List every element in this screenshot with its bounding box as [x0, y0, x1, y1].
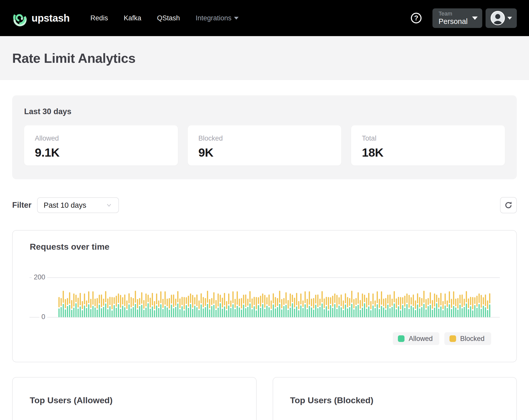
- bar-allowed: [476, 308, 478, 317]
- bar-blocked: [254, 297, 255, 305]
- bar-blocked: [235, 299, 236, 308]
- bar-blocked: [292, 295, 293, 302]
- bar-blocked: [470, 297, 471, 305]
- nav-link-redis[interactable]: Redis: [90, 14, 108, 22]
- bar-blocked: [449, 291, 450, 303]
- legend-label: Blocked: [460, 335, 485, 343]
- bar-allowed: [192, 309, 193, 317]
- bar-blocked: [375, 301, 376, 307]
- bar-blocked: [434, 293, 435, 306]
- bar-allowed: [154, 310, 155, 317]
- nav-link-integrations[interactable]: Integrations: [196, 14, 239, 22]
- bar-allowed: [237, 306, 238, 317]
- bar-allowed: [305, 304, 306, 317]
- bar-allowed: [262, 304, 263, 317]
- bar-allowed: [307, 309, 308, 317]
- bar-blocked: [124, 294, 126, 306]
- refresh-button[interactable]: [500, 197, 517, 213]
- bar-allowed: [309, 306, 310, 317]
- bar-blocked: [192, 295, 193, 308]
- stats-panel: Last 30 days Allowed 9.1K Blocked 9K Tot…: [12, 95, 517, 179]
- bar-allowed: [457, 310, 459, 317]
- bar-blocked: [205, 298, 206, 306]
- bar-blocked: [237, 291, 238, 305]
- bar-allowed: [131, 308, 132, 317]
- bar-blocked: [154, 301, 155, 309]
- nav-link-qstash[interactable]: QStash: [157, 14, 180, 22]
- bar-allowed: [402, 305, 403, 317]
- date-range-select[interactable]: Past 10 days: [37, 197, 119, 213]
- legend-item-blocked[interactable]: Blocked: [444, 332, 491, 345]
- bar-blocked: [296, 293, 297, 305]
- bar-allowed: [432, 310, 433, 317]
- bar-blocked: [141, 292, 143, 304]
- bar-blocked: [150, 298, 151, 308]
- bar-allowed: [245, 308, 246, 317]
- bar-allowed: [73, 308, 74, 317]
- bar-allowed: [485, 307, 486, 317]
- bar-allowed: [167, 307, 168, 317]
- bar-allowed: [396, 309, 397, 317]
- account-menu[interactable]: [486, 8, 517, 28]
- bar-allowed: [468, 309, 469, 317]
- card-title: Top Users (Blocked): [290, 395, 500, 405]
- page-header: Rate Limit Analytics: [0, 36, 529, 80]
- bar-blocked: [143, 300, 145, 309]
- bar-allowed: [194, 306, 195, 317]
- bar-blocked: [317, 294, 319, 307]
- nav-link-kafka[interactable]: Kafka: [124, 14, 141, 22]
- bar-allowed: [392, 307, 393, 317]
- bar-allowed: [275, 308, 276, 317]
- bar-blocked: [392, 299, 393, 306]
- bar-blocked: [385, 298, 386, 308]
- bar-allowed: [190, 304, 191, 317]
- bar-blocked: [440, 293, 442, 305]
- bar-blocked: [158, 301, 159, 307]
- bar-blocked: [285, 292, 287, 304]
- bar-blocked: [165, 291, 166, 305]
- bar-allowed: [181, 306, 183, 317]
- bar-allowed: [80, 306, 81, 317]
- bar-blocked: [402, 297, 403, 304]
- team-switcher[interactable]: Team Personal: [432, 8, 482, 28]
- bar-blocked: [69, 292, 70, 304]
- bar-allowed: [150, 309, 151, 317]
- bar-allowed: [126, 310, 128, 317]
- bar-blocked: [220, 295, 221, 302]
- bar-allowed: [324, 309, 325, 317]
- stat-label: Total: [362, 134, 494, 142]
- bar-allowed: [269, 307, 270, 317]
- bar-blocked: [88, 291, 89, 303]
- bar-allowed: [97, 310, 98, 317]
- bar-allowed: [250, 303, 251, 317]
- top-users-blocked-card: Top Users (Blocked): [273, 377, 517, 420]
- bar-blocked: [483, 297, 484, 305]
- bar-blocked: [398, 297, 399, 305]
- legend-item-allowed[interactable]: Allowed: [393, 332, 439, 345]
- bar-allowed: [281, 309, 283, 317]
- card-title: Top Users (Allowed): [30, 395, 239, 405]
- bar-allowed: [470, 306, 471, 317]
- bar-allowed: [198, 310, 200, 317]
- bar-blocked: [90, 299, 91, 308]
- bar-allowed: [436, 303, 437, 317]
- bar-blocked: [290, 293, 291, 306]
- bar-allowed: [215, 310, 217, 317]
- bar-blocked: [273, 293, 274, 304]
- bar-blocked: [426, 299, 427, 308]
- bar-blocked: [366, 298, 367, 308]
- bar-allowed: [86, 308, 87, 317]
- bar-blocked: [438, 298, 440, 308]
- upstash-brand[interactable]: upstash: [12, 10, 70, 26]
- requests-chart-card: Requests over time 200 0 Allowed Blocked: [12, 230, 517, 362]
- bar-allowed: [409, 309, 410, 317]
- bar-blocked: [489, 293, 490, 304]
- help-button[interactable]: ?: [410, 12, 422, 24]
- bar-blocked: [75, 295, 77, 302]
- bar-allowed: [404, 308, 406, 317]
- bar-blocked: [58, 297, 60, 307]
- bar-allowed: [285, 305, 287, 317]
- bar-allowed: [319, 307, 321, 317]
- bar-allowed: [421, 307, 423, 317]
- bar-allowed: [328, 310, 329, 317]
